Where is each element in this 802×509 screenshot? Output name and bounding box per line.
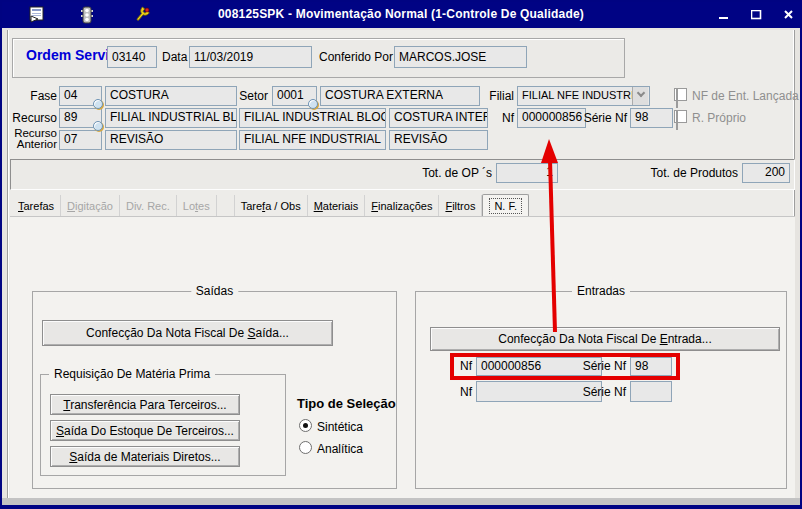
radio-analitica[interactable] xyxy=(299,441,312,454)
recurso-desc2-field[interactable]: FILIAL INDUSTRIAL BLOCO K xyxy=(239,108,386,128)
data-field[interactable]: 11/03/2019 xyxy=(189,46,312,68)
window-title: 008125SPK - Movimentação Normal (1-Contr… xyxy=(2,7,800,21)
nf-label: Nf xyxy=(484,111,514,125)
minimize-button[interactable] xyxy=(716,8,732,22)
tab-finalizacoes[interactable]: Finalizações xyxy=(365,195,439,216)
app-window: 008125SPK - Movimentação Normal (1-Contr… xyxy=(0,0,802,509)
setor-lookup-icon[interactable] xyxy=(308,99,318,109)
tot-op-field[interactable]: 1 xyxy=(496,163,558,183)
fase-lookup-icon[interactable] xyxy=(93,99,103,109)
requisicao-group-title: Requisição De Matéria Prima xyxy=(49,367,215,381)
entrada-serie-label-1: Série Nf xyxy=(572,359,626,373)
saida-materiais-diretos-button[interactable]: Saída de Materiais Diretos... xyxy=(50,446,240,467)
recurso-anterior-desc-field[interactable]: REVISÃO xyxy=(105,130,237,150)
tab-page-border xyxy=(10,216,795,217)
entradas-group-title: Entradas xyxy=(572,284,630,298)
filial-combobox[interactable]: FILIAL NFE INDUSTRIAL xyxy=(517,86,650,106)
radio-analitica-label: Analítica xyxy=(317,442,363,456)
tab-lotes[interactable]: Lotes xyxy=(177,195,217,216)
filial-combo-arrow-button[interactable] xyxy=(632,87,648,105)
setor-desc-field[interactable]: COSTURA EXTERNA xyxy=(320,86,480,106)
tab-strip: Tarefas Digitação Div. Rec. Lotes Tarefa… xyxy=(12,195,529,216)
saidas-group-title: Saídas xyxy=(191,284,238,298)
confeccao-nf-saida-button[interactable]: Confecção Da Nota Fiscal De Saída... xyxy=(42,320,333,346)
tab-materiais[interactable]: Materiais xyxy=(308,195,366,216)
tot-produtos-field[interactable]: 200 xyxy=(742,163,790,183)
tab-spacer xyxy=(217,195,235,216)
r-proprio-checkbox[interactable] xyxy=(674,110,687,123)
recurso-anterior-label: Recurso Anterior xyxy=(5,128,57,150)
fase-desc-field[interactable]: COSTURA xyxy=(105,86,237,106)
tab-digitacao[interactable]: Digitação xyxy=(61,195,120,216)
conferido-por-label: Conferido Por xyxy=(319,50,393,64)
recurso-label: Recurso xyxy=(7,111,57,125)
tab-nf[interactable]: N. F. xyxy=(482,194,529,216)
recurso-desc3-field[interactable]: COSTURA INTERNA xyxy=(389,108,488,128)
radio-dot-icon xyxy=(303,423,308,428)
entrada-serie-field-2[interactable] xyxy=(630,381,672,402)
nf-ent-lancada-checkbox[interactable] xyxy=(674,88,687,101)
conferido-por-field[interactable]: MARCOS.JOSE xyxy=(394,46,527,68)
recurso-anterior-desc3-field[interactable]: REVISÃO xyxy=(389,130,488,150)
fase-label: Fase xyxy=(7,89,57,103)
entrada-nf-label-2: Nf xyxy=(442,385,472,399)
recurso-lookup-icon[interactable] xyxy=(93,121,103,131)
filial-label: Filial xyxy=(470,89,514,103)
radio-sintetica[interactable] xyxy=(299,419,312,432)
close-button[interactable] xyxy=(781,8,797,22)
tab-tarefas[interactable]: Tarefas xyxy=(12,195,61,216)
check-icon xyxy=(676,111,678,130)
radio-sintetica-label: Sintética xyxy=(317,420,363,434)
saida-estoque-terceiros-button[interactable]: Saída Do Estoque De Terceiros... xyxy=(50,420,240,441)
tot-produtos-label: Tot. de Produtos xyxy=(602,166,738,180)
entrada-serie-field-1[interactable]: 98 xyxy=(630,357,672,376)
chevron-down-icon xyxy=(636,89,644,97)
ordem-servico-field[interactable]: 03140 xyxy=(107,46,157,68)
transferencia-terceiros-button[interactable]: Transferência Para Terceiros... xyxy=(50,394,240,415)
serie-nf-field[interactable]: 98 xyxy=(630,108,673,128)
tab-div-rec[interactable]: Div. Rec. xyxy=(120,195,177,216)
confeccao-nf-entrada-button[interactable]: Confecção Da Nota Fiscal De Entrada... xyxy=(430,327,780,351)
setor-label: Setor xyxy=(236,89,268,103)
tot-op-label: Tot. de OP ´s xyxy=(382,166,492,180)
entrada-nf-label-1: Nf xyxy=(442,359,472,373)
recurso-anterior-desc2-field[interactable]: FILIAL NFE INDUSTRIAL xyxy=(239,130,386,150)
tipo-selecao-title: Tipo de Seleção xyxy=(297,396,396,411)
data-label: Data xyxy=(162,50,187,64)
tab-filtros[interactable]: Filtros xyxy=(439,195,482,216)
title-bar: 008125SPK - Movimentação Normal (1-Contr… xyxy=(2,2,800,28)
recurso-desc-field[interactable]: FILIAL INDUSTRIAL BLOCO xyxy=(105,108,237,128)
entrada-serie-label-2: Série Nf xyxy=(572,385,626,399)
r-proprio-label: R. Próprio xyxy=(692,111,746,125)
recurso-anterior-code-field[interactable]: 07 xyxy=(59,130,102,150)
window-bottom-border xyxy=(2,505,800,509)
check-icon xyxy=(676,89,678,108)
serie-nf-label: Série Nf xyxy=(576,111,627,125)
window-bottom-frame xyxy=(2,498,800,505)
tab-tarefa-obs[interactable]: Tarefa / Obs xyxy=(235,195,308,216)
nf-ent-lancada-label: NF de Ent. Lançada xyxy=(692,89,799,103)
maximize-button[interactable] xyxy=(748,8,764,22)
